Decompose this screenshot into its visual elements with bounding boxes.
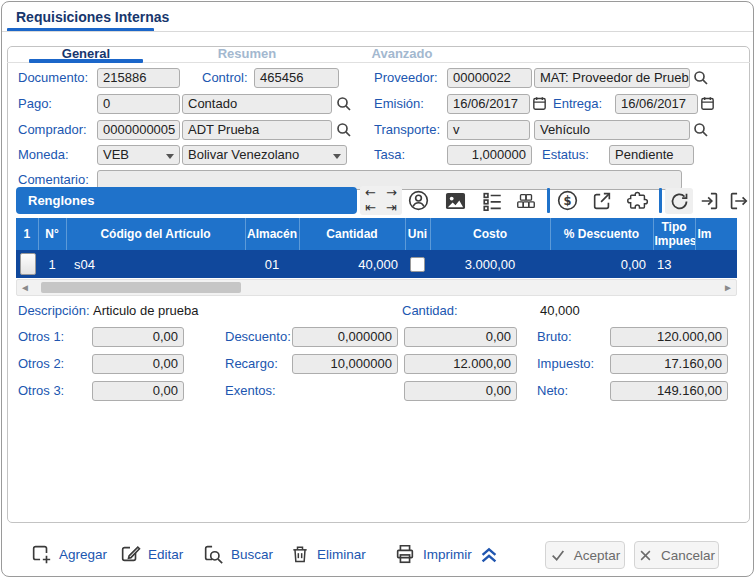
- cancelar-label: Cancelar: [661, 548, 715, 563]
- scrollbar-thumb[interactable]: [41, 282, 241, 293]
- pago-name-field[interactable]: Contado: [182, 94, 332, 114]
- pago-search-icon[interactable]: [335, 95, 353, 113]
- exentos-field: 0,00: [404, 381, 517, 401]
- cell-numero: 1: [38, 250, 66, 278]
- neto-field: 149.160,00: [610, 381, 728, 401]
- stock-boxes-icon[interactable]: [514, 190, 538, 212]
- estatus-label: Estatus:: [542, 145, 589, 165]
- scroll-left-icon[interactable]: ◄: [18, 281, 32, 294]
- proveedor-search-icon[interactable]: [692, 69, 710, 87]
- table-hscrollbar[interactable]: ◄ ►: [16, 279, 737, 296]
- eliminar-label: Eliminar: [317, 547, 366, 562]
- col-cantidad[interactable]: Cantidad: [299, 218, 405, 250]
- plugin-puzzle-icon[interactable]: [626, 190, 650, 212]
- buscar-button[interactable]: Buscar: [202, 542, 273, 566]
- tab-resumen[interactable]: Resumen: [187, 46, 307, 61]
- transporte-code-field[interactable]: v: [447, 120, 530, 140]
- open-external-icon[interactable]: [591, 190, 613, 212]
- emision-label: Emisión:: [374, 94, 424, 114]
- otros1-field[interactable]: 0,00: [92, 327, 184, 347]
- import-icon[interactable]: [699, 190, 721, 212]
- imprimir-button[interactable]: Imprimir: [394, 542, 472, 566]
- agregar-button[interactable]: Agregar: [30, 542, 107, 566]
- renglones-header: Renglones: [16, 187, 357, 214]
- descuento-amount-field[interactable]: 0,00: [404, 327, 517, 347]
- descripcion-value: Articulo de prueba: [93, 301, 199, 321]
- first-record-icon[interactable]: ⇤: [360, 201, 381, 216]
- export-icon[interactable]: [727, 190, 749, 212]
- moneda-name-select[interactable]: Bolivar Venezolano: [182, 145, 347, 165]
- editar-button[interactable]: Editar: [119, 542, 183, 566]
- descuento-label: Descuento:: [225, 327, 291, 347]
- emision-field[interactable]: 16/06/2017: [447, 94, 530, 114]
- row-selector-button[interactable]: [20, 253, 36, 275]
- image-icon[interactable]: [444, 191, 467, 211]
- col-importe[interactable]: Im: [695, 218, 737, 250]
- control-label: Control:: [202, 68, 248, 88]
- list-icon[interactable]: [481, 190, 504, 212]
- cantidad-value: 40,000: [540, 301, 580, 321]
- scroll-right-icon[interactable]: ►: [721, 281, 735, 294]
- refresh-icon[interactable]: [665, 188, 693, 214]
- impuesto-label: Impuesto:: [537, 354, 594, 374]
- comprador-search-icon[interactable]: [335, 121, 353, 139]
- transporte-search-icon[interactable]: [692, 121, 710, 139]
- documento-field[interactable]: 215886: [97, 68, 180, 88]
- currency-icon[interactable]: $: [556, 189, 579, 212]
- entrega-label: Entrega:: [553, 94, 602, 114]
- edit-square-icon: [119, 542, 141, 566]
- row-selector-cell[interactable]: [16, 250, 38, 278]
- user-icon[interactable]: [407, 189, 430, 212]
- entrega-calendar-icon[interactable]: [699, 95, 716, 112]
- record-nav-arrows[interactable]: ←→⇤⇥: [360, 186, 402, 215]
- col-almacen[interactable]: Almacén: [245, 218, 299, 250]
- entrega-field[interactable]: 16/06/2017: [615, 94, 698, 114]
- comprador-name-field[interactable]: ADT Prueba: [182, 120, 332, 140]
- emision-calendar-icon[interactable]: [531, 95, 548, 112]
- check-icon: [550, 547, 566, 563]
- collapse-chevrons-icon[interactable]: [476, 543, 502, 565]
- prev-record-icon[interactable]: ←: [360, 186, 381, 201]
- transporte-name-field[interactable]: Vehículo: [534, 120, 690, 140]
- uni-checkbox[interactable]: [410, 257, 425, 272]
- recargo-pct-field[interactable]: 10,000000: [292, 354, 398, 374]
- bruto-label: Bruto:: [537, 327, 572, 347]
- tasa-field[interactable]: 1,000000: [447, 145, 532, 165]
- table-row[interactable]: 1 s04 01 40,000 3.000,00 0,00 13: [16, 250, 737, 278]
- comprador-label: Comprador:: [18, 120, 87, 140]
- cell-importe: [695, 250, 737, 278]
- otros3-field[interactable]: 0,00: [92, 381, 184, 401]
- control-field[interactable]: 465456: [254, 68, 339, 88]
- cell-costo: 3.000,00: [430, 250, 550, 278]
- col-selector[interactable]: 1: [16, 218, 38, 250]
- last-record-icon[interactable]: ⇥: [381, 201, 402, 216]
- pago-label: Pago:: [18, 94, 52, 114]
- cell-uni[interactable]: [405, 250, 430, 278]
- otros2-field[interactable]: 0,00: [92, 354, 184, 374]
- proveedor-name-field[interactable]: MAT: Proveedor de Prueba: [534, 68, 690, 88]
- col-codigo[interactable]: Código del Artículo: [66, 218, 245, 250]
- proveedor-code-field[interactable]: 00000022: [447, 68, 532, 88]
- col-costo[interactable]: Costo: [430, 218, 550, 250]
- tasa-label: Tasa:: [374, 145, 405, 165]
- moneda-code-value: VEB: [103, 147, 129, 162]
- add-square-icon: [30, 542, 52, 566]
- col-numero[interactable]: N°: [38, 218, 66, 250]
- next-record-icon[interactable]: →: [381, 186, 402, 201]
- pago-code-field[interactable]: 0: [97, 94, 180, 114]
- tab-avanzado[interactable]: Avanzado: [342, 46, 462, 61]
- cancelar-button[interactable]: Cancelar: [634, 541, 719, 569]
- cantidad-label: Cantidad:: [402, 301, 458, 321]
- tab-general-underline: [29, 59, 143, 63]
- otros1-label: Otros 1:: [18, 327, 64, 347]
- col-tipo-impuesto[interactable]: Tipo Impuesto: [653, 218, 695, 250]
- descuento-pct-field[interactable]: 0,000000: [292, 327, 398, 347]
- moneda-code-select[interactable]: VEB: [97, 145, 180, 165]
- recargo-amount-field[interactable]: 12.000,00: [404, 354, 517, 374]
- col-uni[interactable]: Uni: [405, 218, 430, 250]
- eliminar-button[interactable]: Eliminar: [290, 542, 366, 566]
- comprador-code-field[interactable]: 0000000005: [97, 120, 180, 140]
- aceptar-button[interactable]: Aceptar: [545, 541, 625, 569]
- col-descuento[interactable]: % Descuento: [550, 218, 653, 250]
- page-title: Requisiciones Internas: [16, 9, 169, 25]
